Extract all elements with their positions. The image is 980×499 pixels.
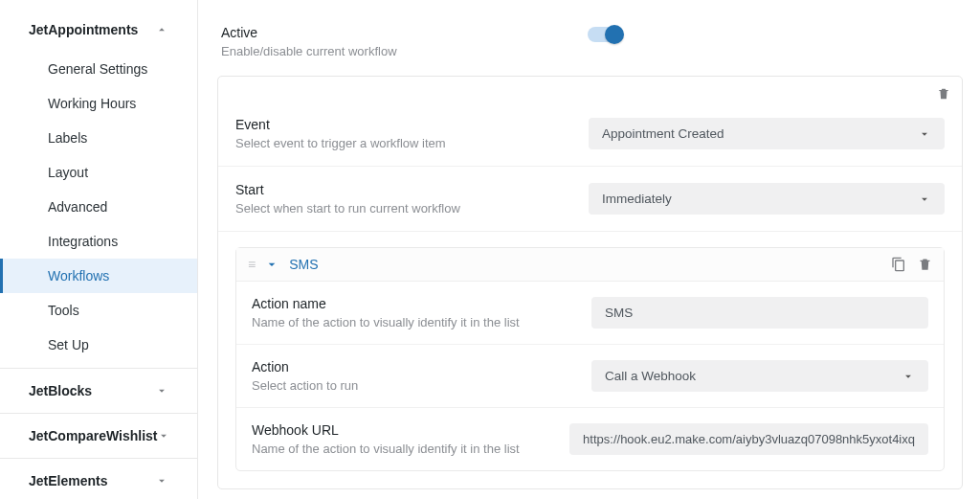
action-header[interactable]: ≡ SMS [236,248,944,282]
sidebar-header-label: JetCompareWishlist [29,428,157,443]
action-name-input-wrap: SMS [591,297,928,329]
active-toggle-row: Active Enable/disable current workflow [217,21,963,76]
sidebar-header-jetelements[interactable]: JetElements [0,459,197,499]
start-label: Start [235,182,460,197]
event-row: Event Select event to trigger a workflow… [218,102,962,167]
sidebar-items: General Settings Working Hours Labels La… [0,52,197,368]
drag-handle-icon[interactable]: ≡ [248,261,255,267]
action-name-input[interactable]: SMS [591,297,928,329]
action-header-right [891,257,932,272]
action-name-value: SMS [605,306,633,320]
start-select-wrap: Immediately [589,183,945,215]
sidebar-section-jetappointments: JetAppointments General Settings Working… [0,8,197,369]
active-toggle[interactable] [588,27,622,42]
action-name-label: Action name [252,296,520,311]
main-content: Active Enable/disable current workflow E… [198,0,980,499]
action-type-label-block: Action Select action to run [252,359,358,393]
sidebar-item-setup[interactable]: Set Up [0,328,197,362]
start-desc: Select when start to run current workflo… [235,201,460,215]
sidebar-header-jetcompare[interactable]: JetCompareWishlist [0,414,197,458]
start-row: Start Select when start to run current w… [218,167,962,232]
action-title: SMS [289,257,318,272]
action-name-label-block: Action name Name of the action to visual… [252,296,520,329]
sidebar-section-jetblocks: JetBlocks [0,369,197,414]
action-header-left: ≡ SMS [248,257,319,272]
webhook-url-row: Webhook URL Name of the action to visual… [236,408,944,470]
chevron-down-icon [157,429,170,442]
sidebar: JetAppointments General Settings Working… [0,0,198,499]
action-type-label: Action [252,359,358,374]
webhook-input-wrap: https://hook.eu2.make.com/aiyby3vluazq07… [569,423,928,455]
action-name-row: Action name Name of the action to visual… [236,282,944,345]
sidebar-header-jetblocks[interactable]: JetBlocks [0,369,197,413]
sidebar-section-jetelements: JetElements [0,459,197,499]
webhook-url-input[interactable]: https://hook.eu2.make.com/aiyby3vluazq07… [569,423,928,455]
duplicate-action-button[interactable] [891,257,906,272]
event-select-wrap: Appointment Created [589,118,945,149]
delete-action-button[interactable] [918,257,932,272]
sidebar-header-jetappointments[interactable]: JetAppointments [0,8,197,52]
sidebar-item-labels[interactable]: Labels [0,121,197,155]
action-type-select-wrap: Call a Webhook [591,360,928,392]
sidebar-header-label: JetAppointments [29,22,138,37]
delete-workflow-button[interactable] [937,86,950,102]
chevron-down-icon [918,127,931,141]
sidebar-item-hours[interactable]: Working Hours [0,86,197,121]
chevron-down-icon [264,257,279,272]
chevron-down-icon [902,370,915,383]
start-label-block: Start Select when start to run current w… [235,182,460,215]
sidebar-item-integrations[interactable]: Integrations [0,224,197,259]
event-value: Appointment Created [602,126,724,141]
sidebar-item-general[interactable]: General Settings [0,52,197,86]
start-value: Immediately [602,192,672,206]
sidebar-item-workflows[interactable]: Workflows [0,259,197,293]
webhook-label-block: Webhook URL Name of the action to visual… [252,422,520,456]
action-name-desc: Name of the action to visually identify … [252,315,520,329]
sidebar-section-jetcompare: JetCompareWishlist [0,414,197,459]
action-type-select[interactable]: Call a Webhook [591,360,928,392]
active-label-block: Active Enable/disable current workflow [221,25,397,58]
event-select[interactable]: Appointment Created [589,118,945,149]
action-type-value: Call a Webhook [605,369,696,383]
workflow-card: Event Select event to trigger a workflow… [217,76,963,489]
sidebar-header-label: JetBlocks [29,383,92,398]
sidebar-item-tools[interactable]: Tools [0,293,197,328]
webhook-desc: Name of the action to visually identify … [252,442,520,456]
chevron-down-icon [155,474,168,488]
sidebar-item-layout[interactable]: Layout [0,155,197,190]
active-desc: Enable/disable current workflow [221,44,397,58]
chevron-down-icon [155,384,168,397]
active-label: Active [221,25,397,40]
action-type-row: Action Select action to run Call a Webho… [236,345,944,408]
sidebar-item-advanced[interactable]: Advanced [0,190,197,224]
chevron-down-icon [918,193,931,206]
event-label-block: Event Select event to trigger a workflow… [235,117,446,150]
sidebar-header-label: JetElements [29,473,107,488]
webhook-label: Webhook URL [252,422,520,438]
start-select[interactable]: Immediately [589,183,945,215]
card-toolbar [218,77,962,102]
chevron-up-icon [155,23,168,36]
event-label: Event [235,117,446,132]
action-card: ≡ SMS Action name [235,247,945,471]
webhook-url-value: https://hook.eu2.make.com/aiyby3vluazq07… [583,432,915,446]
action-type-desc: Select action to run [252,378,358,393]
event-desc: Select event to trigger a workflow item [235,136,446,150]
